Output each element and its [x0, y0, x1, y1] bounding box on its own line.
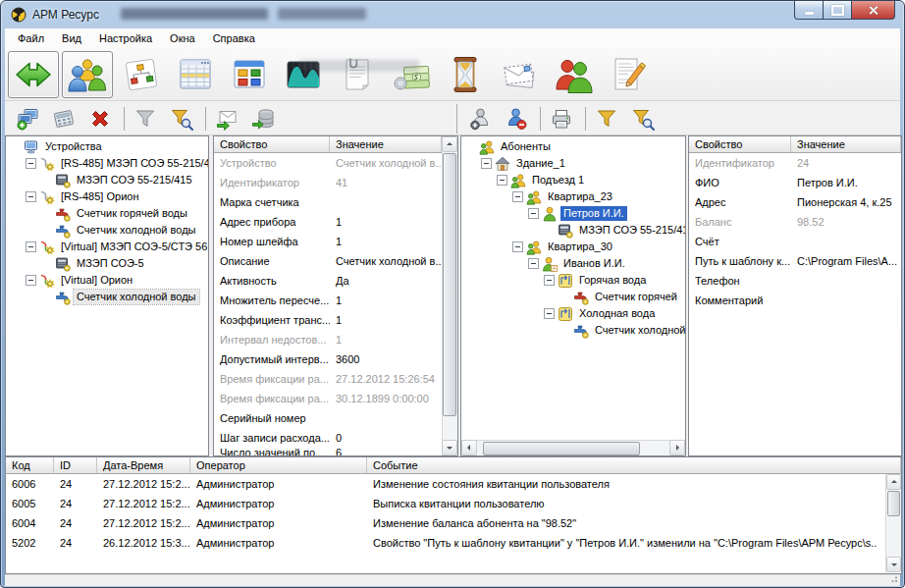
property-row[interactable]: Путь к шаблону к... C:\Program Files\A..… [689, 251, 901, 271]
device-tree-item[interactable]: [RS-485] Орион [6, 188, 208, 205]
print-button[interactable] [545, 104, 578, 134]
property-row[interactable]: Баланс 98.52 [689, 212, 901, 232]
maximize-button[interactable] [824, 1, 851, 20]
device-tree-item[interactable]: [Virtual] МЗЭП СОЭ-5/СТЭ 561 [6, 239, 208, 255]
expand-toggle[interactable] [544, 275, 555, 286]
log-column-operator[interactable]: Оператор [190, 457, 367, 473]
device-tree-item[interactable]: Счетчик горячей воды [6, 205, 208, 222]
payments-button[interactable] [386, 51, 437, 98]
property-row[interactable]: Марка счетчика [214, 192, 442, 212]
import-db-button[interactable] [246, 104, 280, 134]
expand-toggle[interactable] [528, 208, 539, 219]
expand-toggle[interactable] [512, 241, 523, 252]
abonent-tree-item[interactable]: Счетчик холодной [461, 322, 685, 339]
abonent-tree-item[interactable]: Подъезд 1 [461, 172, 685, 188]
property-row[interactable]: ФИО Петров И.И. [689, 173, 901, 192]
expand-toggle[interactable] [512, 191, 523, 202]
scheme-button[interactable] [116, 51, 167, 98]
mail-button[interactable] [494, 51, 545, 98]
abonent-tree-item[interactable]: Абоненты [461, 138, 685, 155]
filter-devices-button[interactable] [129, 104, 162, 134]
property-row[interactable]: Активность Да [214, 271, 442, 291]
abonent-tree-item[interactable]: Горячая вода [461, 272, 685, 289]
scroll-down-button[interactable] [442, 440, 457, 455]
history-button[interactable] [440, 51, 491, 98]
journal-button[interactable] [602, 51, 653, 98]
device-tree-item[interactable]: [RS-485] МЗЭП СОЭ 55-215/415 [6, 155, 208, 172]
device-properties-scrollbar[interactable] [442, 136, 457, 455]
expand-toggle[interactable] [26, 191, 36, 202]
property-row[interactable]: Устройство Счетчик холодной в... [214, 153, 442, 173]
scroll-up-button[interactable] [886, 474, 901, 490]
menu-item[interactable]: Файл [9, 29, 53, 47]
property-row[interactable]: Коэффициент транс... 1 [214, 310, 442, 330]
expand-toggle[interactable] [481, 158, 492, 169]
device-tree-item[interactable]: МЗЭП СОЭ-5 [6, 255, 208, 272]
scroll-down-button[interactable] [886, 557, 901, 572]
resize-grip[interactable] [889, 576, 897, 584]
filter-search-devices-button[interactable] [165, 104, 198, 134]
property-row[interactable]: Идентификатор 41 [214, 173, 442, 192]
add-abonent-button[interactable] [463, 104, 497, 134]
property-row[interactable]: Допустимый интерв... 3600 [214, 349, 442, 369]
scroll-left-button[interactable] [461, 440, 477, 455]
abonent-tree-item[interactable]: Квартира_30 [461, 239, 685, 255]
property-row[interactable]: Номер шлейфа 1 [214, 232, 442, 251]
minimize-button[interactable] [794, 1, 824, 20]
calculator-button[interactable] [47, 104, 80, 134]
value-column-header[interactable]: Значение [791, 136, 901, 152]
abonent-tree-item[interactable]: Квартира_23 [461, 188, 685, 205]
menu-item[interactable]: Вид [53, 29, 90, 47]
remove-abonent-button[interactable] [500, 104, 533, 134]
scroll-up-button[interactable] [442, 136, 457, 152]
property-column-header[interactable]: Свойство [214, 136, 330, 152]
menu-item[interactable]: Окна [161, 29, 204, 47]
abonent-tree-item[interactable]: Иванов И.И. [461, 255, 685, 272]
title-bar[interactable]: АРМ Ресурс [1, 1, 904, 28]
scroll-right-button[interactable] [669, 440, 685, 455]
device-tree-item[interactable]: Счетчик холодной воды [6, 222, 208, 239]
property-row[interactable]: Серийный номер [214, 408, 442, 428]
menu-item[interactable]: Настройка [90, 29, 161, 47]
receipts-button[interactable] [332, 51, 383, 98]
abonent-tree-item[interactable]: Холодная вода [461, 305, 685, 322]
log-column-datetime[interactable]: Дата-Время [97, 457, 190, 473]
charts-button[interactable] [278, 51, 329, 98]
abonent-tree-item[interactable]: Здание_1 [461, 155, 685, 172]
log-row[interactable]: 6004 24 27.12.2012 15:2... Администратор… [6, 513, 901, 533]
scrollbar-thumb[interactable] [887, 491, 900, 516]
device-tree-item[interactable]: Устройства [6, 138, 208, 155]
menu-item[interactable]: Справка [204, 29, 264, 47]
property-row[interactable]: Множитель пересче... 1 [214, 291, 442, 310]
users-exchange-button[interactable] [548, 51, 599, 98]
abonents-horizontal-scrollbar[interactable] [461, 440, 685, 455]
device-tree-item[interactable]: МЗЭП СОЭ 55-215/415 [6, 172, 208, 188]
scrollbar-thumb[interactable] [443, 153, 456, 416]
expand-toggle[interactable] [26, 241, 36, 252]
property-row[interactable]: Счёт [689, 232, 901, 251]
expand-toggle[interactable] [528, 258, 539, 269]
add-device-button[interactable] [11, 104, 44, 134]
filter-search-abonents-button[interactable] [626, 104, 660, 134]
expand-toggle[interactable] [544, 308, 555, 319]
expand-toggle[interactable] [497, 175, 507, 186]
export-mail-button[interactable] [210, 104, 243, 134]
log-row[interactable]: 5202 24 26.12.2012 15:3... Администратор… [6, 533, 901, 553]
property-row[interactable]: Время фиксации ра... 30.12.1899 0:00:00 [214, 389, 442, 408]
property-row[interactable]: Адрес прибора 1 [214, 212, 442, 232]
expand-toggle[interactable] [26, 275, 36, 286]
property-row[interactable]: Время фиксации ра... 27.12.2012 15:26:54 [214, 369, 442, 389]
log-scrollbar[interactable] [885, 474, 901, 572]
abonent-tree-item[interactable]: Счетчик горячей [461, 289, 685, 305]
abonent-tree-item[interactable]: Петров И.И. [461, 205, 685, 222]
log-column-event[interactable]: Событие [367, 457, 901, 473]
abonent-tree-item[interactable]: МЗЭП СОЭ 55-215/41 [461, 222, 685, 239]
log-row[interactable]: 6005 24 27.12.2012 15:2... Администратор… [6, 494, 901, 513]
property-row[interactable]: Адрес Пионерская 4, к.25 [689, 192, 901, 212]
property-row[interactable]: Описание Счетчик холодной в... [214, 251, 442, 271]
report-table-button[interactable] [170, 51, 221, 98]
toggle-panels-button[interactable] [8, 51, 59, 98]
scrollbar-thumb[interactable] [483, 442, 640, 455]
log-column-id[interactable]: ID [54, 457, 97, 473]
abonents-view-button[interactable] [62, 51, 113, 98]
